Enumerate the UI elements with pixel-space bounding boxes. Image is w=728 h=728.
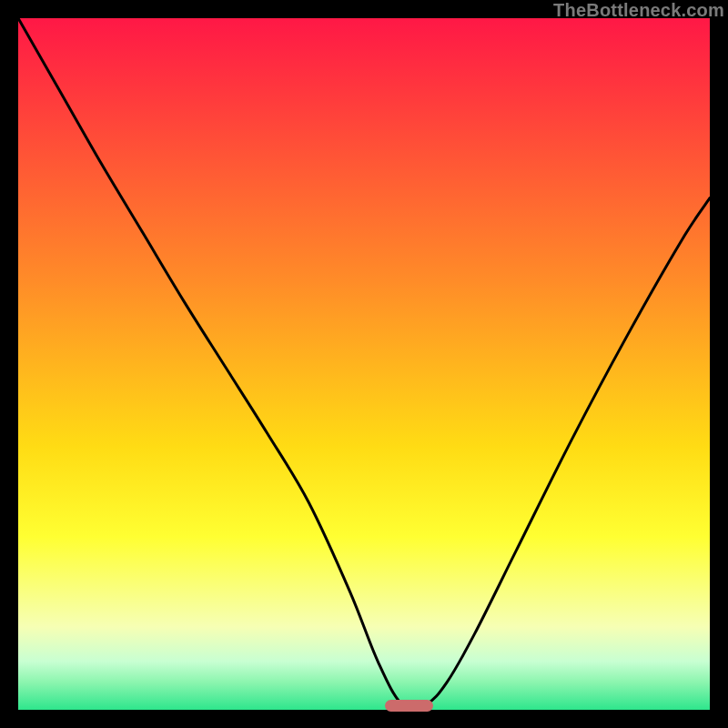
optimal-marker [385, 700, 433, 713]
bottleneck-curve [18, 18, 710, 710]
plot-area [18, 18, 710, 710]
chart-container: TheBottleneck.com [0, 0, 728, 728]
